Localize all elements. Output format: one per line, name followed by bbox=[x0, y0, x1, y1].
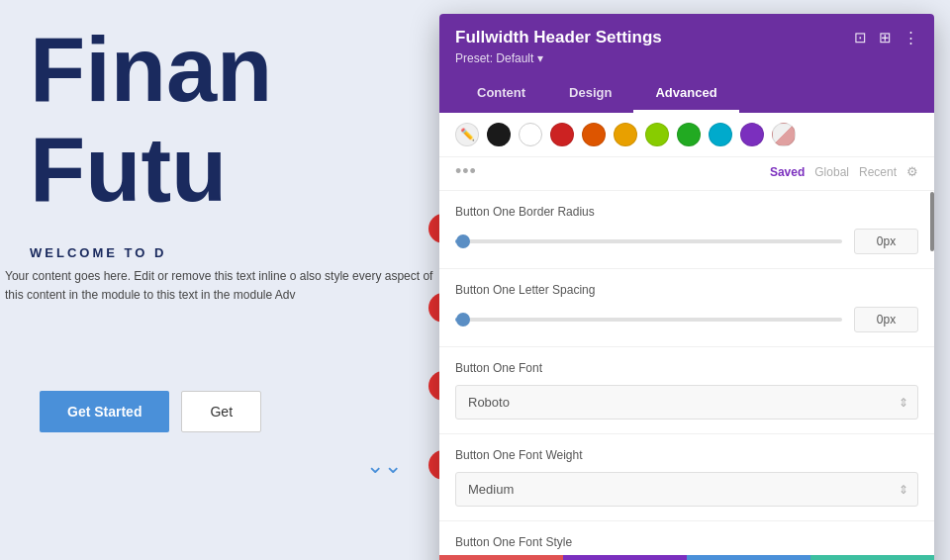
recent-tab[interactable]: Recent bbox=[859, 165, 897, 179]
tab-content[interactable]: Content bbox=[455, 75, 547, 113]
more-icon[interactable]: ⋮ bbox=[903, 29, 918, 47]
expand-icon[interactable]: ⊡ bbox=[854, 29, 867, 47]
color-swatch-green[interactable] bbox=[677, 123, 701, 146]
border-radius-slider-row bbox=[455, 229, 918, 254]
color-row: ✏️ bbox=[439, 113, 934, 157]
save-button[interactable]: ✓ bbox=[810, 555, 934, 560]
letter-spacing-slider-row bbox=[455, 307, 918, 332]
font-style-label: Button One Font Style bbox=[439, 521, 934, 555]
redo-button[interactable]: ↻ bbox=[687, 555, 810, 560]
undo-button[interactable]: ↺ bbox=[563, 555, 687, 560]
border-radius-thumb[interactable] bbox=[456, 234, 470, 248]
panel-preset[interactable]: Preset: Default ▾ bbox=[455, 51, 918, 65]
bg-body-text: Your content goes here. Edit or remove t… bbox=[5, 267, 450, 305]
saved-row: ••• Saved Global Recent ⚙ bbox=[439, 157, 934, 191]
grid-icon[interactable]: ⊞ bbox=[879, 29, 892, 47]
gear-icon[interactable]: ⚙ bbox=[906, 164, 918, 179]
color-swatch-cyan[interactable] bbox=[709, 123, 732, 146]
font-select-wrapper: Roboto bbox=[455, 385, 918, 420]
edit-color-icon[interactable]: ✏️ bbox=[455, 123, 479, 146]
border-radius-slider-container[interactable] bbox=[455, 232, 842, 251]
tab-advanced[interactable]: Advanced bbox=[633, 75, 738, 113]
letter-spacing-group: Button One Letter Spacing bbox=[439, 269, 934, 347]
font-select[interactable]: Roboto bbox=[455, 385, 918, 420]
dots-icon[interactable]: ••• bbox=[455, 161, 477, 182]
font-weight-select-wrapper: Medium bbox=[455, 472, 918, 507]
letter-spacing-track bbox=[455, 318, 842, 322]
panel-title-row: Fullwidth Header Settings ⊡ ⊞ ⋮ bbox=[455, 28, 918, 47]
scrollbar[interactable] bbox=[930, 192, 934, 251]
bg-welcome: Welcome to D bbox=[30, 245, 166, 260]
border-radius-track bbox=[455, 239, 842, 243]
panel-title: Fullwidth Header Settings bbox=[455, 28, 662, 47]
chevron-down-icon[interactable]: ⌄⌄ bbox=[366, 453, 402, 479]
bg-headline: Finan Futu bbox=[30, 20, 272, 220]
font-weight-label: Button One Font Weight bbox=[455, 448, 918, 462]
color-swatch-white[interactable] bbox=[519, 123, 542, 146]
panel-header-icons: ⊡ ⊞ ⋮ bbox=[854, 29, 918, 47]
panel-header: Fullwidth Header Settings ⊡ ⊞ ⋮ Preset: … bbox=[439, 14, 934, 113]
panel-content: Button One Border Radius Button One Lett… bbox=[439, 191, 934, 555]
color-swatch-purple[interactable] bbox=[740, 123, 764, 146]
border-radius-label: Button One Border Radius bbox=[455, 205, 918, 219]
color-swatch-orange[interactable] bbox=[582, 123, 606, 146]
panel-tabs: Content Design Advanced bbox=[455, 75, 918, 113]
bg-buttons: Get Started Get bbox=[40, 391, 261, 432]
letter-spacing-slider-container[interactable] bbox=[455, 310, 842, 329]
color-swatch-black[interactable] bbox=[487, 123, 511, 146]
tab-design[interactable]: Design bbox=[547, 75, 633, 113]
border-radius-group: Button One Border Radius bbox=[439, 191, 934, 269]
settings-panel: Fullwidth Header Settings ⊡ ⊞ ⋮ Preset: … bbox=[439, 14, 934, 560]
color-swatch-pink-edit[interactable] bbox=[772, 123, 796, 146]
letter-spacing-label: Button One Letter Spacing bbox=[455, 283, 918, 297]
font-label: Button One Font bbox=[455, 361, 918, 375]
border-radius-input[interactable] bbox=[854, 229, 918, 254]
letter-spacing-thumb[interactable] bbox=[456, 313, 470, 327]
font-group: Button One Font Roboto bbox=[439, 347, 934, 434]
color-swatch-red[interactable] bbox=[550, 123, 574, 146]
font-weight-group: Button One Font Weight Medium bbox=[439, 434, 934, 521]
color-swatch-yellow[interactable] bbox=[614, 123, 637, 146]
cancel-button[interactable]: ✕ bbox=[439, 555, 563, 560]
global-tab[interactable]: Global bbox=[814, 165, 849, 179]
get-started-button[interactable]: Get Started bbox=[40, 391, 169, 432]
action-bar: ✕ ↺ ↻ ✓ bbox=[439, 555, 934, 560]
saved-tab[interactable]: Saved bbox=[770, 165, 805, 179]
letter-spacing-input[interactable] bbox=[854, 307, 918, 332]
font-weight-select[interactable]: Medium bbox=[455, 472, 918, 507]
color-swatch-lime[interactable] bbox=[645, 123, 669, 146]
secondary-button[interactable]: Get bbox=[181, 391, 261, 432]
